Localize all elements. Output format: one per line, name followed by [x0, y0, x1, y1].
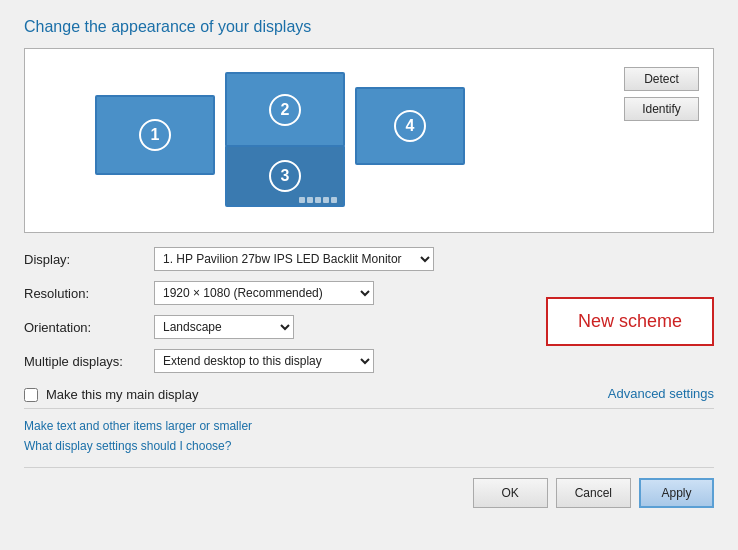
- separator: [24, 408, 714, 409]
- orientation-label: Orientation:: [24, 320, 154, 335]
- display-area: 1 2 3 4 Detect: [24, 48, 714, 233]
- taskbar-icon-5: [331, 197, 337, 203]
- new-scheme-box: New scheme: [546, 297, 714, 346]
- resolution-label: Resolution:: [24, 286, 154, 301]
- orientation-row: Orientation: Landscape Portrait Landscap…: [24, 315, 714, 339]
- resolution-select[interactable]: 1920 × 1080 (Recommended): [154, 281, 374, 305]
- monitor-2-label: 2: [269, 94, 301, 126]
- monitor-1-label: 1: [139, 119, 171, 151]
- page-title: Change the appearance of your displays: [24, 18, 714, 36]
- advanced-settings-link[interactable]: Advanced settings: [608, 386, 714, 401]
- ok-button[interactable]: OK: [473, 478, 548, 508]
- form-rows: Display: 1. HP Pavilion 27bw IPS LED Bac…: [24, 247, 714, 402]
- monitor-2[interactable]: 2: [225, 72, 345, 147]
- orientation-control: Landscape Portrait Landscape (flipped) P…: [154, 315, 294, 339]
- monitor-1[interactable]: 1: [95, 95, 215, 175]
- checkbox-advanced-row: Make this my main display Advanced setti…: [24, 385, 714, 402]
- bottom-link-2[interactable]: What display settings should I choose?: [24, 439, 714, 453]
- monitors-container: 1 2 3 4: [75, 67, 525, 212]
- bottom-links: Make text and other items larger or smal…: [24, 419, 714, 453]
- monitor-3-taskbar: [299, 197, 337, 203]
- bottom-link-1[interactable]: Make text and other items larger or smal…: [24, 419, 714, 433]
- taskbar-icon-1: [299, 197, 305, 203]
- taskbar-icon-4: [323, 197, 329, 203]
- form-area: Display: 1. HP Pavilion 27bw IPS LED Bac…: [24, 247, 714, 402]
- monitor-3-label: 3: [269, 160, 301, 192]
- display-control: 1. HP Pavilion 27bw IPS LED Backlit Moni…: [154, 247, 434, 271]
- bottom-bar: OK Cancel Apply: [24, 467, 714, 508]
- main-display-checkbox-row: Make this my main display: [24, 387, 198, 402]
- display-select[interactable]: 1. HP Pavilion 27bw IPS LED Backlit Moni…: [154, 247, 434, 271]
- taskbar-icon-3: [315, 197, 321, 203]
- main-display-checkbox-label[interactable]: Make this my main display: [46, 387, 198, 402]
- resolution-control: 1920 × 1080 (Recommended): [154, 281, 374, 305]
- display-label: Display:: [24, 252, 154, 267]
- orientation-select[interactable]: Landscape Portrait Landscape (flipped) P…: [154, 315, 294, 339]
- multiple-displays-row: Multiple displays: Extend desktop to thi…: [24, 349, 714, 373]
- multiple-displays-select[interactable]: Extend desktop to this display Duplicate…: [154, 349, 374, 373]
- display-row: Display: 1. HP Pavilion 27bw IPS LED Bac…: [24, 247, 714, 271]
- main-page: Change the appearance of your displays 1…: [0, 0, 738, 550]
- taskbar-icon-2: [307, 197, 313, 203]
- monitor-4-label: 4: [394, 110, 426, 142]
- main-display-checkbox[interactable]: [24, 388, 38, 402]
- multiple-displays-control: Extend desktop to this display Duplicate…: [154, 349, 374, 373]
- monitor-3[interactable]: 3: [225, 145, 345, 207]
- multiple-displays-label: Multiple displays:: [24, 354, 154, 369]
- apply-button[interactable]: Apply: [639, 478, 714, 508]
- detect-identify-buttons: Detect Identify: [624, 67, 699, 121]
- monitor-4[interactable]: 4: [355, 87, 465, 165]
- identify-button[interactable]: Identify: [624, 97, 699, 121]
- detect-button[interactable]: Detect: [624, 67, 699, 91]
- cancel-button[interactable]: Cancel: [556, 478, 631, 508]
